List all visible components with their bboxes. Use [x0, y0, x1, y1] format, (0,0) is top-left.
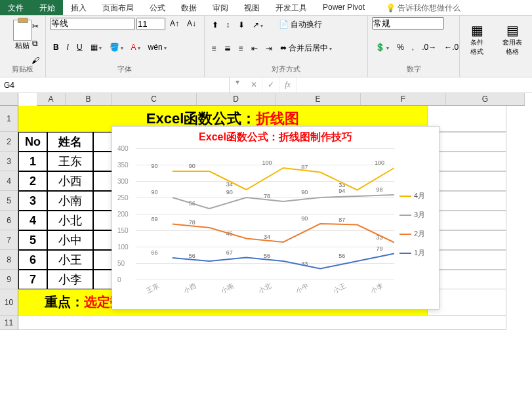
- table-cell[interactable]: 小北: [47, 211, 93, 230]
- increase-decimal-icon[interactable]: .0→: [419, 41, 440, 54]
- underline-button[interactable]: U: [73, 41, 86, 54]
- decrease-decimal-icon[interactable]: ←.0: [441, 41, 462, 54]
- table-cell[interactable]: 3: [18, 191, 47, 211]
- wrap-text-button[interactable]: 📄 自动换行: [276, 17, 325, 32]
- col-header-d[interactable]: D: [197, 93, 276, 105]
- table-cell[interactable]: [428, 270, 506, 289]
- row-header-3[interactable]: 3: [0, 152, 18, 171]
- table-cell[interactable]: 小李: [47, 270, 93, 289]
- increase-indent-icon[interactable]: ⇥: [262, 42, 276, 55]
- border-button[interactable]: ▦: [87, 41, 105, 54]
- currency-icon[interactable]: 💲: [372, 41, 392, 54]
- tab-layout[interactable]: 页面布局: [94, 0, 142, 15]
- col-header-e[interactable]: E: [276, 93, 361, 105]
- name-box[interactable]: G4: [0, 77, 230, 93]
- tab-review[interactable]: 审阅: [205, 0, 236, 15]
- row-header-7[interactable]: 7: [0, 230, 18, 250]
- col-header-g[interactable]: G: [446, 93, 525, 105]
- confirm-icon[interactable]: ✓: [262, 77, 279, 93]
- formula-input[interactable]: [297, 77, 532, 93]
- table-cell[interactable]: 小王: [47, 250, 93, 270]
- table-cell[interactable]: [428, 171, 506, 191]
- table-cell[interactable]: 4: [18, 211, 47, 230]
- table-cell[interactable]: 小中: [47, 230, 93, 250]
- chart-title: Excel函数公式：折线图制作技巧: [112, 127, 439, 146]
- table-cell[interactable]: 2: [18, 171, 47, 191]
- row-header-6[interactable]: 6: [0, 211, 18, 230]
- lightbulb-icon: 💡: [386, 3, 396, 12]
- align-middle-icon[interactable]: ↕: [223, 18, 234, 31]
- align-bottom-icon[interactable]: ⬇: [235, 18, 248, 31]
- table-cell[interactable]: 王东: [47, 152, 93, 171]
- col-header-b[interactable]: B: [66, 93, 112, 105]
- group-font: 字体: [50, 64, 200, 75]
- merge-button[interactable]: ⬌ 合并后居中: [277, 41, 335, 56]
- table-cell[interactable]: 小南: [47, 191, 93, 211]
- tab-view[interactable]: 视图: [236, 0, 268, 15]
- row-header-11[interactable]: 11: [0, 316, 18, 330]
- table-cell[interactable]: 5: [18, 230, 47, 250]
- cancel-icon[interactable]: ✕: [245, 77, 262, 93]
- align-left-icon[interactable]: ≡: [209, 42, 220, 55]
- row-header-2[interactable]: 2: [0, 132, 18, 152]
- tab-insert[interactable]: 插入: [63, 0, 94, 15]
- fill-color-button[interactable]: 🪣: [106, 41, 127, 54]
- row-header-8[interactable]: 8: [0, 250, 18, 270]
- table-cell[interactable]: 小西: [47, 171, 93, 191]
- tell-me[interactable]: 💡 告诉我你想做什么: [378, 0, 468, 15]
- worksheet[interactable]: A B C D E F G 1 Excel函数公式：折线图 2 No 姓名 3 …: [0, 93, 532, 330]
- decrease-font-icon[interactable]: A↓: [184, 17, 199, 30]
- tab-home[interactable]: 开始: [31, 0, 63, 15]
- align-right-icon[interactable]: ≡: [235, 42, 247, 55]
- align-top-icon[interactable]: ⬆: [209, 18, 222, 31]
- increase-font-icon[interactable]: A↑: [167, 17, 182, 30]
- phonetic-button[interactable]: wén: [145, 41, 170, 54]
- orientation-icon[interactable]: ↗: [249, 18, 266, 31]
- font-family-select[interactable]: [50, 18, 135, 30]
- col-header-a[interactable]: A: [37, 93, 66, 105]
- row-header-5[interactable]: 5: [0, 191, 18, 211]
- font-color-button[interactable]: A: [128, 41, 144, 54]
- tab-dev[interactable]: 开发工具: [268, 0, 315, 15]
- table-cell[interactable]: 6: [18, 250, 47, 270]
- row-header-10[interactable]: 10: [0, 289, 18, 316]
- format-painter-icon[interactable]: 🖌: [28, 54, 43, 67]
- row-header-9[interactable]: 9: [0, 270, 18, 289]
- ribbon: 粘贴 ✂ ⧉ 🖌 剪贴板 A↑ A↓ B I U ▦ 🪣 A wén 字体 ⬆: [0, 16, 532, 77]
- number-format-select[interactable]: [372, 17, 444, 30]
- conditional-format-button[interactable]: ▦ 条件格式: [464, 20, 490, 59]
- tab-powerpivot[interactable]: Power Pivot: [315, 0, 373, 15]
- fx-icon[interactable]: fx: [279, 77, 297, 93]
- chart-object[interactable]: Excel函数公式：折线图制作技巧 0501001502002503003504…: [112, 126, 440, 310]
- table-format-button[interactable]: ▤ 套用表格格: [497, 20, 528, 59]
- percent-icon[interactable]: %: [394, 41, 407, 54]
- tab-file[interactable]: 文件: [0, 0, 31, 15]
- table-cell[interactable]: 7: [18, 270, 47, 289]
- font-size-select[interactable]: [136, 18, 165, 30]
- select-all-corner[interactable]: [0, 93, 18, 106]
- table-cell[interactable]: [428, 132, 506, 152]
- table-cell[interactable]: 1: [18, 152, 47, 171]
- row-header-4[interactable]: 4: [0, 171, 18, 191]
- table-cell[interactable]: [428, 230, 506, 250]
- header-name[interactable]: 姓名: [47, 132, 93, 152]
- col-header-c[interactable]: C: [112, 93, 197, 105]
- cut-icon[interactable]: ✂: [29, 20, 42, 33]
- table-cell[interactable]: [428, 211, 506, 230]
- table-cell[interactable]: [428, 152, 506, 171]
- col-header-f[interactable]: F: [361, 93, 446, 105]
- chart-plot-area: 050100150200250300350400王东小西小南小北小中小王小李90…: [117, 148, 397, 300]
- copy-icon[interactable]: ⧉: [29, 37, 41, 50]
- bold-button[interactable]: B: [50, 41, 62, 54]
- tab-formula[interactable]: 公式: [142, 0, 173, 15]
- align-center-icon[interactable]: ≣: [221, 42, 234, 55]
- tab-data[interactable]: 数据: [173, 0, 205, 15]
- row-header-1[interactable]: 1: [0, 106, 18, 132]
- comma-icon[interactable]: ,: [409, 41, 417, 54]
- table-cell[interactable]: [428, 191, 506, 211]
- italic-button[interactable]: I: [64, 41, 72, 54]
- group-number: 数字: [372, 64, 455, 75]
- table-cell[interactable]: [428, 250, 506, 270]
- header-no[interactable]: No: [18, 132, 47, 152]
- decrease-indent-icon[interactable]: ⇤: [248, 42, 261, 55]
